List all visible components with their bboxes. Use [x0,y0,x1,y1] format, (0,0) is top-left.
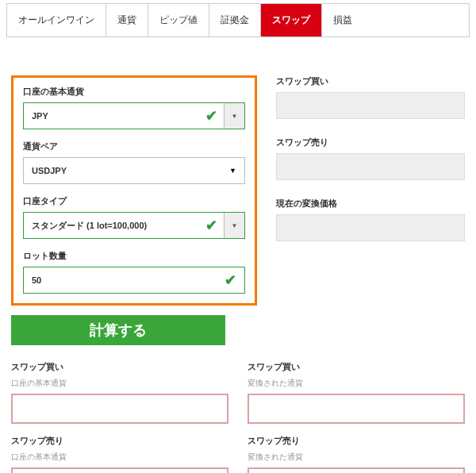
check-icon: ✔ [225,271,236,289]
result-sub-base: 口座の基本通貨 [11,378,228,389]
tab-pl[interactable]: 損益 [322,4,363,37]
swap-sell-output [276,153,465,180]
result-sub-conv: 変換された通貨 [248,378,465,389]
swap-sell-label: スワップ売り [276,137,465,148]
result-swap-buy-base-input[interactable] [11,394,228,424]
swap-buy-label: スワップ買い [276,75,465,87]
chevron-down-icon[interactable]: ▼ [224,213,244,238]
result-sub-base: 口座の基本通貨 [11,452,228,463]
input-highlight-box: 口座の基本通貨 JPY ✔ ▼ 通貨ペア USDJPY ▼ 口座タイプ スタンダ… [11,75,257,306]
chevron-down-icon[interactable]: ▼ [229,167,236,175]
base-currency-label: 口座の基本通貨 [23,86,245,98]
base-currency-value: JPY [32,111,48,121]
pair-label: 通貨ペア [23,140,245,152]
swap-buy-output [276,92,465,119]
result-swap-buy-label: スワップ買い [11,361,228,373]
result-swap-buy-conv-label: スワップ買い [248,361,465,373]
tab-swap[interactable]: スワップ [261,4,322,37]
account-type-select[interactable]: スタンダード (1 lot=100,000) ✔ ▼ [23,212,245,239]
account-type-value: スタンダード (1 lot=100,000) [32,220,147,232]
result-swap-sell-conv-label: スワップ売り [248,435,465,447]
result-sub-conv: 変換された通貨 [248,452,465,463]
base-currency-select[interactable]: JPY ✔ ▼ [23,102,245,129]
tab-currency[interactable]: 通貨 [106,4,148,37]
lot-value: 50 [32,275,41,285]
tab-margin[interactable]: 証拠金 [209,4,261,37]
account-type-label: 口座タイプ [23,195,245,207]
check-icon: ✔ [205,107,217,125]
tab-all-in-one[interactable]: オールインワイン [7,4,106,37]
chevron-down-icon[interactable]: ▼ [224,103,244,129]
rate-output [276,214,465,241]
rate-label: 現在の変換価格 [276,198,465,210]
result-swap-sell-label: スワップ売り [11,435,228,447]
tab-bar: オールインワイン 通貨 ピップ値 証拠金 スワップ 損益 [6,3,470,37]
lot-label: ロット数量 [23,250,245,262]
result-swap-sell-base-input[interactable] [11,467,228,473]
result-swap-buy-conv-input[interactable] [248,394,465,424]
result-swap-sell-conv-input[interactable] [248,467,465,473]
pair-select[interactable]: USDJPY ▼ [23,157,245,184]
check-icon: ✔ [205,217,217,234]
tab-pip[interactable]: ピップ値 [148,4,209,37]
calculate-button[interactable]: 計算する [11,315,225,345]
pair-value: USDJPY [32,166,67,175]
lot-input[interactable]: 50 ✔ [23,267,245,294]
